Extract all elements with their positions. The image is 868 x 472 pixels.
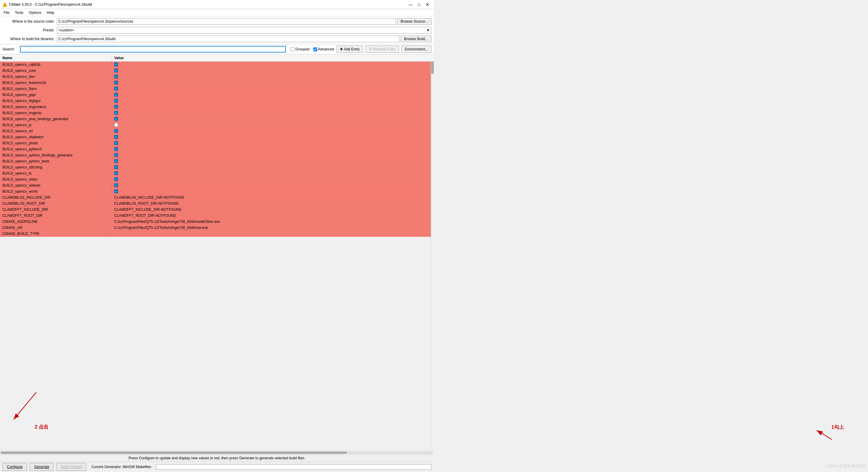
table-row-checkbox[interactable] [114, 177, 118, 181]
table-row[interactable]: BUILD_opencv_python_tests [0, 158, 431, 164]
cell-value[interactable] [112, 177, 431, 181]
table-row[interactable]: CLAMDFFT_ROOT_DIRCLAMDFFT_ROOT_DIR-NOTFO… [0, 213, 431, 219]
cell-value[interactable] [112, 147, 431, 151]
table-row[interactable]: BUILD_opencv_highgui [0, 98, 431, 104]
menu-file[interactable]: File [1, 10, 12, 15]
cell-value[interactable] [112, 165, 431, 169]
advanced-checkbox-label[interactable]: Advanced [313, 47, 334, 51]
table-row-checkbox[interactable] [114, 129, 118, 133]
table-row[interactable]: BUILD_opencv_world [0, 188, 431, 194]
table-row[interactable]: BUILD_opencv_calib3d [0, 62, 431, 68]
table-row-checkbox[interactable] [114, 105, 118, 109]
cell-value[interactable] [112, 111, 431, 115]
table-row-checkbox[interactable] [114, 123, 118, 127]
table-row[interactable]: BUILD_opencv_imgproc [0, 110, 431, 116]
table-row[interactable]: CMAKE_ARC:/zz/ProgramFiles/QT5.12/Tools/… [0, 225, 431, 231]
cell-value[interactable] [112, 189, 431, 193]
table-row[interactable]: BUILD_opencv_ml [0, 128, 431, 134]
cell-value[interactable] [112, 63, 431, 66]
add-entry-button[interactable]: ✚ Add Entry [337, 45, 363, 53]
menu-tools[interactable]: Tools [12, 10, 26, 15]
table-row[interactable]: BUILD_opencv_objdetect [0, 134, 431, 140]
browse-build-button[interactable]: Browse Build... [401, 36, 431, 42]
cell-value[interactable] [112, 141, 431, 145]
table-row-checkbox[interactable] [114, 147, 118, 151]
cell-value[interactable] [112, 74, 431, 78]
cell-value[interactable] [112, 93, 431, 97]
table-row[interactable]: CLAMDFFT_INCLUDE_DIRCLAMDFFT_INCLUDE_DIR… [0, 207, 431, 213]
source-input[interactable] [57, 18, 396, 25]
cell-value[interactable] [112, 129, 431, 133]
table-row-checkbox[interactable] [114, 87, 118, 91]
search-input[interactable] [20, 46, 286, 53]
cell-name: BUILD_opencv_js [0, 123, 112, 127]
table-row-checkbox[interactable] [114, 183, 118, 187]
table-row-checkbox[interactable] [114, 93, 118, 97]
table-row[interactable]: BUILD_opencv_flann [0, 86, 431, 92]
menu-help[interactable]: Help [44, 10, 57, 15]
cell-value[interactable] [112, 153, 431, 157]
table-row-checkbox[interactable] [114, 189, 118, 193]
generate-button[interactable]: Generate [30, 463, 54, 471]
table-row-checkbox[interactable] [114, 111, 118, 115]
table-row[interactable]: BUILD_opencv_photo [0, 140, 431, 146]
table-row[interactable]: BUILD_opencv_core [0, 68, 431, 74]
table-row[interactable]: CMAKE_BUILD_TYPE [0, 231, 431, 237]
configure-button[interactable]: Configure [2, 463, 27, 471]
advanced-checkbox[interactable] [313, 48, 317, 51]
cell-value[interactable] [112, 171, 431, 175]
table-row[interactable]: BUILD_opencv_videoio [0, 182, 431, 188]
cell-value[interactable] [112, 81, 431, 85]
table-row[interactable]: BUILD_opencv_python_bindings_generator [0, 152, 431, 158]
remove-entry-label: Remove Entry [373, 47, 396, 51]
cell-value[interactable] [112, 87, 431, 91]
maximize-button[interactable]: □ [415, 1, 423, 8]
table-row[interactable]: BUILD_opencv_imgcodecs [0, 104, 431, 110]
table-row-checkbox[interactable] [114, 159, 118, 163]
table-row-checkbox[interactable] [114, 74, 118, 78]
table-row[interactable]: BUILD_opencv_video [0, 176, 431, 182]
table-row[interactable]: CMAKE_ADDR2LINEC:/zz/ProgramFiles/QT5.12… [0, 219, 431, 225]
cell-value[interactable] [112, 159, 431, 163]
table-row[interactable]: BUILD_opencv_java_bindings_generator [0, 116, 431, 122]
table-row[interactable]: BUILD_opencv_dnn [0, 74, 431, 80]
table-row-checkbox[interactable] [114, 117, 118, 121]
environment-button[interactable]: Environment... [402, 45, 431, 53]
preset-select[interactable]: <custom> ▼ [57, 27, 431, 33]
table-row[interactable]: CLAMDBLAS_INCLUDE_DIRCLAMDBLAS_INCLUDE_D… [0, 194, 431, 200]
table-row[interactable]: BUILD_opencv_python3 [0, 146, 431, 152]
table-row-checkbox[interactable] [114, 135, 118, 139]
horizontal-scrollbar[interactable] [0, 450, 434, 454]
cell-value[interactable] [112, 135, 431, 139]
scrollbar-track[interactable] [431, 62, 434, 450]
cell-value[interactable] [112, 123, 431, 127]
grouped-checkbox[interactable] [291, 48, 294, 51]
browse-source-button[interactable]: Browse Source... [397, 18, 431, 25]
table-row-checkbox[interactable] [114, 68, 118, 72]
table-row-checkbox[interactable] [114, 165, 118, 169]
table-row[interactable]: BUILD_opencv_features2d [0, 80, 431, 86]
table-row-checkbox[interactable] [114, 153, 118, 157]
cell-value[interactable] [112, 68, 431, 72]
table-row[interactable]: BUILD_opencv_js [0, 122, 431, 128]
table-row-checkbox[interactable] [114, 99, 118, 103]
cell-value[interactable] [112, 117, 431, 121]
cell-value[interactable] [112, 99, 431, 103]
cell-value[interactable] [112, 183, 431, 187]
open-project-button[interactable]: Open Project [56, 463, 86, 471]
table-row-checkbox[interactable] [114, 81, 118, 85]
grouped-checkbox-label[interactable]: Grouped [291, 47, 310, 51]
table-row[interactable]: CLAMDBLAS_ROOT_DIRCLAMDBLAS_ROOT_DIR-NOT… [0, 200, 431, 207]
table-row-checkbox[interactable] [114, 141, 118, 145]
menu-options[interactable]: Options [26, 10, 43, 15]
table-row[interactable]: BUILD_opencv_ts [0, 170, 431, 176]
cell-value[interactable] [112, 105, 431, 109]
table-row[interactable]: BUILD_opencv_stitching [0, 164, 431, 170]
table-row-checkbox[interactable] [114, 63, 118, 66]
close-button[interactable]: ✕ [424, 1, 431, 8]
build-input[interactable] [57, 36, 399, 42]
table-row-checkbox[interactable] [114, 171, 118, 175]
table-row[interactable]: BUILD_opencv_gapi [0, 92, 431, 98]
remove-entry-button[interactable]: ✕ Remove Entry [366, 45, 399, 53]
minimize-button[interactable]: — [407, 1, 414, 8]
